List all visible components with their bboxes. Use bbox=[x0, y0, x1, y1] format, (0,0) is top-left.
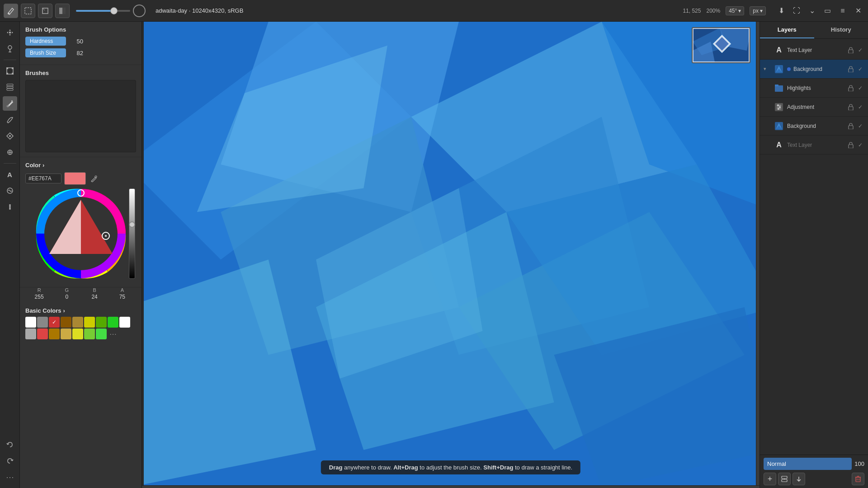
color-swatch-1[interactable] bbox=[37, 317, 48, 328]
b-value[interactable]: 24 bbox=[91, 294, 97, 300]
color-swatch-14[interactable] bbox=[84, 328, 95, 339]
a-value[interactable]: 75 bbox=[119, 294, 125, 300]
layer-lock-icon-4[interactable] bbox=[847, 122, 855, 130]
tab-layers[interactable]: Layers bbox=[760, 22, 814, 38]
color-swatch-6[interactable] bbox=[96, 317, 107, 328]
layer-visibility-icon-4[interactable]: ✓ bbox=[856, 122, 864, 130]
color-swatch-4[interactable] bbox=[72, 317, 83, 328]
brush-size-label[interactable]: Brush Size bbox=[25, 48, 66, 57]
download-btn[interactable]: ⬇ bbox=[775, 5, 788, 17]
g-value[interactable]: 0 bbox=[66, 294, 69, 300]
tool-options[interactable] bbox=[3, 200, 17, 214]
hardness-value: 50 bbox=[70, 38, 83, 45]
color-swatch[interactable] bbox=[64, 172, 86, 185]
layer-icons-4: ✓ bbox=[847, 122, 864, 130]
r-value[interactable]: 255 bbox=[35, 294, 44, 300]
more-swatches-btn[interactable]: ⋯ bbox=[108, 328, 118, 339]
tab-history[interactable]: History bbox=[814, 22, 868, 38]
color-swatch-0[interactable] bbox=[25, 317, 36, 328]
layer-dot-1 bbox=[787, 67, 791, 71]
layer-lock-icon-1[interactable] bbox=[847, 65, 855, 73]
right-panel: Layers History A Text Layer ✓ ▾ bbox=[760, 22, 868, 488]
bottom-scroll[interactable] bbox=[142, 485, 760, 488]
tool-text[interactable]: A bbox=[3, 167, 17, 182]
hex-input[interactable] bbox=[25, 174, 61, 183]
close-btn[interactable]: ✕ bbox=[852, 5, 864, 17]
right-scroll[interactable] bbox=[756, 22, 760, 488]
topbar-chevron-btn[interactable]: ⌄ bbox=[806, 5, 818, 17]
eyedropper-btn[interactable] bbox=[89, 173, 99, 184]
layer-item-1[interactable]: ▾ Background ✓ bbox=[760, 60, 868, 79]
layer-visibility-icon-2[interactable]: ✓ bbox=[856, 84, 864, 92]
fullscreen-btn[interactable]: ⛶ bbox=[790, 5, 803, 17]
tool-color-picker[interactable] bbox=[3, 42, 17, 56]
selection-tool-btn[interactable] bbox=[21, 4, 35, 18]
layer-item-4[interactable]: Background ✓ bbox=[760, 117, 868, 136]
layer-type-icon-5: A bbox=[774, 140, 784, 150]
layer-item-5[interactable]: A Text Layer ✓ bbox=[760, 136, 868, 155]
color-swatch-10[interactable] bbox=[37, 328, 48, 339]
color-swatch-3[interactable] bbox=[61, 317, 71, 328]
canvas-area[interactable]: Drag anywhere to draw. Alt+Drag to adjus… bbox=[142, 22, 760, 488]
layer-visibility-icon-1[interactable]: ✓ bbox=[856, 65, 864, 73]
brush-preview-area[interactable] bbox=[25, 80, 136, 152]
tool-undo[interactable] bbox=[3, 437, 17, 452]
layer-visibility-icon-3[interactable]: ✓ bbox=[856, 103, 864, 111]
basic-colors-header[interactable]: Basic Colors › bbox=[25, 307, 136, 314]
layer-visibility-icon-5[interactable]: ✓ bbox=[856, 141, 864, 149]
color-swatch-2[interactable] bbox=[49, 317, 60, 328]
brush-tool-btn[interactable] bbox=[4, 4, 18, 18]
tool-pen[interactable] bbox=[3, 113, 17, 127]
tool-heal[interactable] bbox=[3, 129, 17, 143]
layer-lock-icon-0[interactable] bbox=[847, 46, 855, 54]
layer-item-3[interactable]: Adjustment ✓ bbox=[760, 98, 868, 117]
layout-btn[interactable]: ▭ bbox=[821, 5, 834, 17]
svg-rect-63 bbox=[849, 88, 853, 91]
angle-btn[interactable]: 45° ▾ bbox=[726, 6, 744, 15]
tool-transform[interactable] bbox=[3, 64, 17, 78]
layer-lock-icon-2[interactable] bbox=[847, 84, 855, 92]
color-swatch-9[interactable] bbox=[25, 328, 36, 339]
right-panel-tabs: Layers History bbox=[760, 22, 868, 39]
color-input-row bbox=[25, 172, 136, 185]
blend-mode-select[interactable]: Normal bbox=[764, 458, 852, 470]
move-layer-down-btn[interactable] bbox=[793, 473, 805, 485]
layer-item-0[interactable]: A Text Layer ✓ bbox=[760, 41, 868, 60]
add-layer-btn[interactable]: + bbox=[764, 473, 776, 485]
tool-move[interactable] bbox=[3, 25, 17, 40]
brush-size-slider[interactable] bbox=[76, 10, 130, 12]
delete-layer-btn[interactable] bbox=[852, 473, 864, 485]
rect-select-btn[interactable] bbox=[38, 4, 52, 18]
tool-clone[interactable] bbox=[3, 145, 17, 160]
unit-value: px bbox=[753, 8, 759, 14]
tool-more[interactable]: ⋯ bbox=[3, 470, 17, 484]
layer-item-2[interactable]: Highlights ✓ bbox=[760, 79, 868, 98]
tool-paint[interactable] bbox=[3, 96, 17, 111]
color-wheel[interactable] bbox=[36, 188, 126, 279]
tool-redo[interactable] bbox=[3, 454, 17, 468]
g-col: G 0 bbox=[53, 287, 80, 300]
blend-row: Normal 100 bbox=[764, 458, 864, 470]
unit-btn[interactable]: px ▾ bbox=[750, 6, 766, 15]
color-swatch-11[interactable] bbox=[49, 328, 60, 339]
layer-visibility-icon-0[interactable]: ✓ bbox=[856, 46, 864, 54]
menu-btn[interactable]: ≡ bbox=[836, 5, 849, 17]
layer-expand-1: ▾ bbox=[764, 66, 771, 72]
color-swatch-13[interactable] bbox=[72, 328, 83, 339]
color-header[interactable]: Color › bbox=[25, 162, 136, 169]
quick-mask-btn[interactable] bbox=[55, 4, 70, 18]
tool-mix[interactable] bbox=[3, 183, 17, 198]
color-swatch-12[interactable] bbox=[61, 328, 71, 339]
layer-lock-icon-3[interactable] bbox=[847, 103, 855, 111]
color-section: Color › bbox=[20, 157, 142, 287]
hardness-label[interactable]: Hardness bbox=[25, 37, 66, 46]
color-swatch-8[interactable] bbox=[119, 317, 130, 328]
color-swatch-5[interactable] bbox=[84, 317, 95, 328]
tool-layers[interactable] bbox=[3, 80, 17, 94]
color-swatch-15[interactable] bbox=[96, 328, 107, 339]
left-border bbox=[142, 22, 144, 488]
color-swatch-7[interactable] bbox=[108, 317, 118, 328]
merge-layer-btn[interactable] bbox=[778, 473, 791, 485]
unit-chevron: ▾ bbox=[760, 8, 763, 14]
layer-lock-icon-5[interactable] bbox=[847, 141, 855, 149]
